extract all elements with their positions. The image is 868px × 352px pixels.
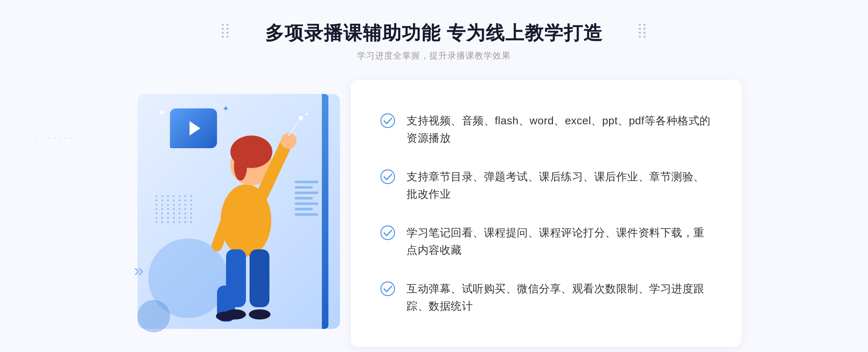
header-section: 多项录播课辅助功能 专为线上教学打造 学习进度全掌握，提升录播课教学效果 (265, 0, 603, 61)
illustration-area: ✦ ✦ (127, 80, 351, 347)
svg-point-3 (234, 152, 247, 181)
sparkle-icon-1: ✦ (157, 107, 166, 119)
content-area: ✦ ✦ (127, 80, 741, 347)
person-illustration (181, 108, 311, 325)
feature-text-1: 支持视频、音频、flash、word、excel、ppt、pdf等各种格式的资源… (407, 112, 712, 147)
svg-point-19 (381, 282, 395, 296)
svg-point-15 (305, 113, 308, 116)
svg-point-18 (381, 226, 395, 240)
svg-point-17 (381, 170, 395, 184)
feature-text-2: 支持章节目录、弹题考试、课后练习、课后作业、章节测验、批改作业 (407, 168, 712, 203)
page-container: 多项录播课辅助功能 专为线上教学打造 学习进度全掌握，提升录播课教学效果 (0, 0, 868, 352)
svg-point-16 (381, 114, 395, 128)
check-icon-3 (380, 225, 396, 241)
feature-item-1: 支持视频、音频、flash、word、excel、ppt、pdf等各种格式的资源… (380, 112, 712, 147)
svg-line-13 (289, 119, 300, 136)
feature-text-3: 学习笔记回看、课程提问、课程评论打分、课件资料下载，重点内容收藏 (407, 224, 712, 259)
left-chevron-arrows: » (134, 260, 144, 280)
svg-rect-8 (250, 249, 269, 307)
features-panel: 支持视频、音频、flash、word、excel、ppt、pdf等各种格式的资源… (351, 80, 741, 347)
sub-title: 学习进度全掌握，提升录播课教学效果 (265, 50, 603, 61)
check-icon-2 (380, 169, 396, 185)
svg-point-11 (249, 309, 271, 319)
svg-point-14 (299, 116, 303, 120)
main-title: 多项录播课辅助功能 专为线上教学打造 (265, 22, 603, 44)
svg-point-12 (216, 312, 236, 321)
blue-bar (322, 94, 328, 329)
feature-item-3: 学习笔记回看、课程提问、课程评论打分、课件资料下载，重点内容收藏 (380, 224, 712, 259)
bg-dots-left (36, 137, 80, 139)
feature-item-4: 互动弹幕、试听购买、微信分享、观看次数限制、学习进度跟踪、数据统计 (380, 280, 712, 315)
header-deco-left (222, 24, 229, 38)
chevron-icon-left: » (134, 260, 144, 280)
feature-item-2: 支持章节目录、弹题考试、课后练习、课后作业、章节测验、批改作业 (380, 168, 712, 203)
header-deco-right (639, 24, 646, 38)
deco-circle-small (137, 300, 170, 332)
feature-text-4: 互动弹幕、试听购买、微信分享、观看次数限制、学习进度跟踪、数据统计 (407, 280, 712, 315)
check-icon-1 (380, 113, 396, 129)
check-icon-4 (380, 281, 396, 297)
